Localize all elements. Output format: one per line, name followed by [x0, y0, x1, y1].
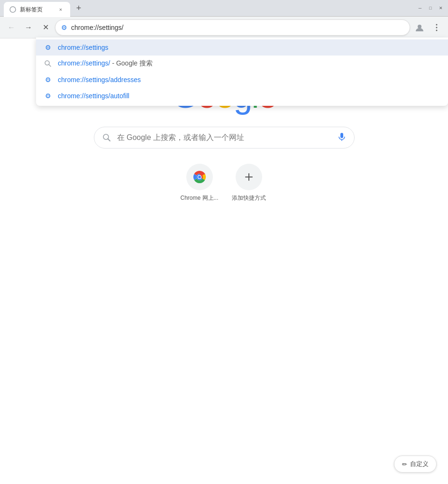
autocomplete-highlight-4: chrome://settings/: [58, 92, 110, 100]
settings-icon: ⚙: [61, 24, 67, 31]
minimize-button[interactable]: ─: [417, 5, 423, 11]
close-button[interactable]: ✕: [438, 5, 444, 11]
svg-point-6: [436, 29, 438, 31]
settings-icon-3: ⚙: [44, 75, 52, 84]
reload-button[interactable]: ✕: [38, 20, 53, 35]
shortcuts-container: Chrome 网上... 添加快捷方式: [181, 164, 268, 202]
autocomplete-highlight-3: chrome://settings/: [58, 76, 110, 84]
search-bar-icon: [102, 133, 111, 142]
google-search-bar[interactable]: [94, 127, 355, 149]
svg-point-14: [198, 176, 201, 178]
settings-icon-4: ⚙: [44, 92, 52, 100]
browser-tab[interactable]: 新标签页 ×: [4, 2, 70, 17]
svg-point-3: [418, 25, 421, 28]
navigation-bar: ← → ✕ ⚙ ⚙ chrome://settings: [0, 17, 448, 38]
settings-icon-1: ⚙: [44, 43, 52, 52]
forward-button[interactable]: →: [21, 20, 36, 35]
chrome-shortcut-icon-wrapper: [186, 164, 213, 190]
svg-rect-9: [340, 133, 343, 138]
svg-point-5: [436, 27, 438, 28]
search-icon-1: [44, 59, 52, 68]
address-bar[interactable]: ⚙: [55, 19, 410, 36]
svg-line-2: [49, 65, 51, 66]
google-search-input[interactable]: [117, 133, 331, 142]
address-bar-wrapper: ⚙ ⚙ chrome://settings: [55, 19, 410, 36]
autocomplete-text-1: chrome://settings: [58, 44, 109, 51]
tab-label: 新标签页: [20, 6, 43, 14]
autocomplete-highlight-1: chrome://settings: [58, 44, 109, 51]
svg-line-8: [108, 139, 110, 141]
chrome-icon: [192, 169, 207, 185]
shortcut-add[interactable]: 添加快捷方式: [230, 164, 268, 202]
tab-close-button[interactable]: ×: [57, 6, 64, 13]
title-bar: 新标签页 × + ─ □ ✕: [0, 0, 448, 17]
menu-button[interactable]: [429, 20, 444, 35]
mic-icon[interactable]: [337, 132, 347, 144]
autocomplete-item-3[interactable]: ⚙ chrome://settings/addresses: [36, 72, 448, 88]
add-shortcut-label: 添加快捷方式: [232, 194, 266, 202]
tab-favicon-icon: [9, 6, 16, 13]
autocomplete-normal-2: - Google 搜索: [110, 59, 153, 67]
autocomplete-dropdown: ⚙ chrome://settings chrome://settings/ -…: [36, 37, 448, 106]
add-icon: [243, 171, 255, 183]
chrome-shortcut-label: Chrome 网上...: [181, 194, 219, 202]
autocomplete-item-2[interactable]: chrome://settings/ - Google 搜索: [36, 56, 448, 72]
add-shortcut-icon-wrapper: [236, 164, 262, 190]
customize-icon: ✏: [402, 461, 407, 468]
window-controls: ─ □ ✕: [417, 5, 444, 11]
svg-point-4: [436, 24, 438, 25]
autocomplete-text-3: chrome://settings/addresses: [58, 76, 141, 84]
address-input[interactable]: [71, 24, 404, 31]
autocomplete-suffix-4: autofill: [110, 92, 129, 100]
autocomplete-item-1[interactable]: ⚙ chrome://settings: [36, 39, 448, 56]
shortcut-chrome[interactable]: Chrome 网上...: [181, 164, 219, 202]
autocomplete-text-2: chrome://settings/ - Google 搜索: [58, 59, 153, 68]
customize-button[interactable]: ✏ 自定义: [394, 456, 437, 473]
autocomplete-highlight-2: chrome://settings/: [58, 59, 110, 67]
more-icon: [432, 23, 441, 32]
maximize-button[interactable]: □: [427, 5, 434, 11]
svg-point-0: [10, 7, 16, 12]
profile-icon: [415, 23, 424, 32]
back-button[interactable]: ←: [4, 20, 19, 35]
customize-label: 自定义: [410, 460, 429, 468]
autocomplete-suffix-3: addresses: [110, 76, 141, 84]
profile-button[interactable]: [412, 20, 427, 35]
autocomplete-text-4: chrome://settings/autofill: [58, 92, 129, 100]
new-tab-button[interactable]: +: [72, 1, 85, 15]
autocomplete-item-4[interactable]: ⚙ chrome://settings/autofill: [36, 88, 448, 104]
